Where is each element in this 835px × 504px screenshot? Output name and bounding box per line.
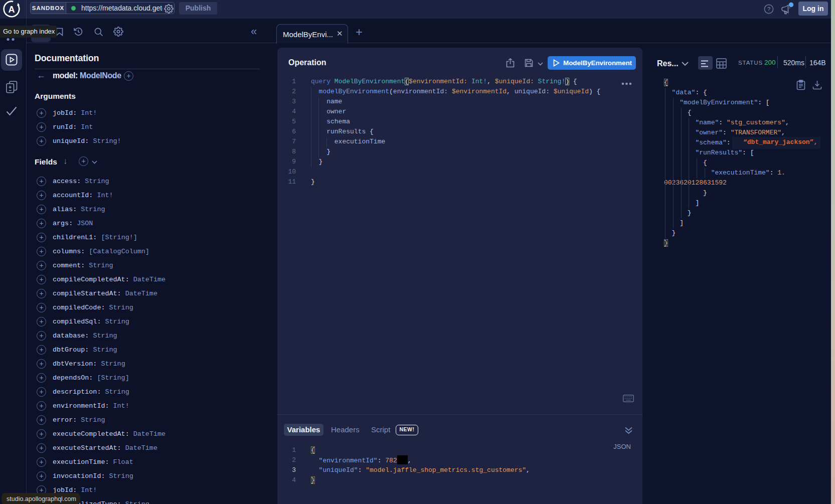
svg-text:A: A <box>9 5 15 15</box>
svg-text:?: ? <box>767 6 770 12</box>
